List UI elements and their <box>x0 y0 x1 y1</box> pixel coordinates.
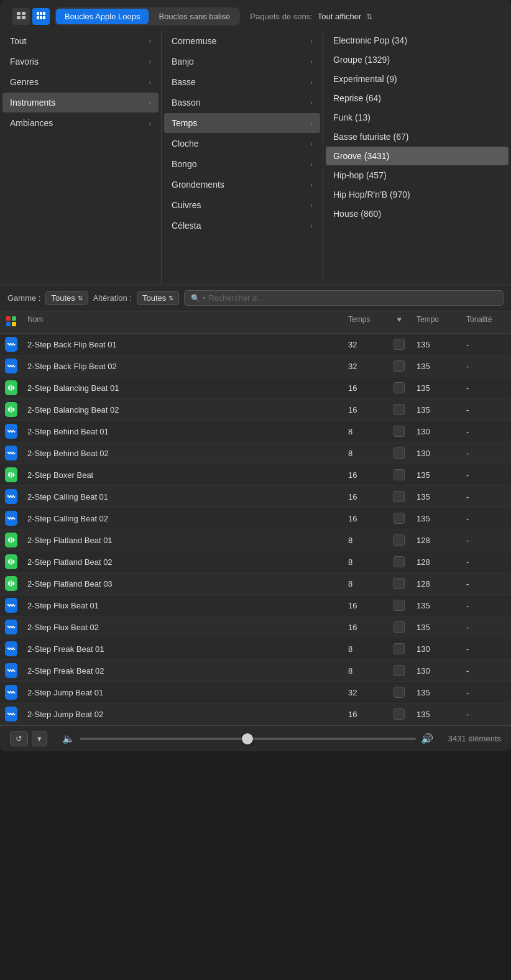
table-row[interactable]: 2-Step Calling Beat 0216135- <box>0 508 511 529</box>
genre-hip-hop-rnb[interactable]: Hip Hop/R'n'B (970) <box>326 185 509 204</box>
svg-rect-1 <box>22 12 25 15</box>
table-row[interactable]: 2-Step Jump Beat 0216135- <box>0 703 511 725</box>
genre-reprise[interactable]: Reprise (64) <box>326 89 509 108</box>
loop-temps: 32 <box>343 340 387 349</box>
table-row[interactable]: 2-Step Calling Beat 0116135- <box>0 486 511 508</box>
loop-type-icon <box>0 380 22 395</box>
volume-slider[interactable]: 🔈 🔊 <box>62 733 433 744</box>
loop-favorite[interactable] <box>387 600 412 611</box>
svg-rect-2 <box>17 16 21 19</box>
table-row[interactable]: 2-Step Behind Beat 018130- <box>0 421 511 442</box>
table-row[interactable]: 2-Step Balancing Beat 0216135- <box>0 399 511 421</box>
gamme-select[interactable]: Toutes ⇅ <box>45 291 88 305</box>
col-header-temps[interactable]: Temps <box>343 315 387 329</box>
table-row[interactable]: 2-Step Jump Beat 0132135- <box>0 682 511 703</box>
element-count: 3431 éléments <box>448 734 501 743</box>
nav-item-instruments[interactable]: Instruments › <box>2 93 159 112</box>
table-row[interactable]: 2-Step Flatland Beat 018128- <box>0 529 511 551</box>
nav-item-tout[interactable]: Tout › <box>2 31 159 51</box>
loop-favorite[interactable] <box>387 621 412 633</box>
genre-groove[interactable]: Groove (3431) <box>326 147 509 165</box>
table-row[interactable]: 2-Step Back Flip Beat 0232135- <box>0 355 511 377</box>
genre-electronic-pop[interactable]: Electronic Pop (34) <box>326 31 509 50</box>
table-row[interactable]: 2-Step Flatland Beat 038128- <box>0 573 511 595</box>
alteration-select[interactable]: Toutes ⇅ <box>137 291 179 305</box>
nav-item-favoris[interactable]: Favoris › <box>2 52 159 71</box>
instrument-celesta[interactable]: Célesta › <box>164 216 320 236</box>
table-row[interactable]: 2-Step Balancing Beat 0116135- <box>0 377 511 399</box>
loop-favorite[interactable] <box>387 513 412 524</box>
loop-favorite[interactable] <box>387 578 412 589</box>
genre-basse-futuriste[interactable]: Basse futuriste (67) <box>326 127 509 146</box>
nav-item-genres[interactable]: Genres › <box>2 72 159 92</box>
col-header-tempo[interactable]: Tempo <box>412 315 461 329</box>
genre-hip-hop[interactable]: Hip-hop (457) <box>326 166 509 185</box>
svg-rect-5 <box>40 12 42 15</box>
table-row[interactable]: 2-Step Flatland Beat 028128- <box>0 551 511 573</box>
loop-type-icon <box>0 467 22 482</box>
loop-favorite[interactable] <box>387 382 412 393</box>
loop-name: 2-Step Flatland Beat 03 <box>22 579 343 588</box>
instrument-grondements[interactable]: Grondements › <box>164 175 320 195</box>
loop-favorite[interactable] <box>387 404 412 415</box>
table-row[interactable]: 2-Step Flux Beat 0216135- <box>0 616 511 638</box>
table-row[interactable]: 2-Step Back Flip Beat 0132135- <box>0 334 511 355</box>
volume-track[interactable] <box>80 738 416 740</box>
instrument-basson[interactable]: Basson › <box>164 93 320 112</box>
table-row[interactable]: 2-Step Freak Beat 028130- <box>0 660 511 682</box>
search-icon: 🔍 <box>191 294 200 303</box>
chevron-right-icon: › <box>149 99 151 106</box>
table-row[interactable]: 2-Step Flux Beat 0116135- <box>0 595 511 616</box>
sort-icons <box>12 8 50 25</box>
svg-rect-6 <box>43 12 45 15</box>
loop-favorite[interactable] <box>387 708 412 720</box>
grid-view-2-button[interactable] <box>12 8 30 25</box>
col-header-nom[interactable]: Nom <box>22 315 343 329</box>
loop-button[interactable]: ↺ <box>10 731 28 746</box>
tab-sans-balise[interactable]: Boucles sans balise <box>150 9 239 24</box>
table-row[interactable]: 2-Step Behind Beat 028130- <box>0 442 511 464</box>
nav-item-ambiances[interactable]: Ambiances › <box>2 113 159 133</box>
table-row[interactable]: 2-Step Freak Beat 018130- <box>0 638 511 660</box>
instrument-banjo[interactable]: Banjo › <box>164 52 320 71</box>
grid-view-3-button[interactable] <box>32 8 50 25</box>
loop-tempo: 130 <box>412 644 461 654</box>
genre-funk[interactable]: Funk (13) <box>326 108 509 127</box>
loop-name: 2-Step Freak Beat 02 <box>22 666 343 675</box>
col-header-tonalite[interactable]: Tonalité <box>461 315 511 329</box>
loop-temps: 16 <box>343 601 387 610</box>
instrument-temps[interactable]: Temps › <box>164 113 320 133</box>
loop-tempo: 130 <box>412 449 461 458</box>
loop-type-icon <box>0 598 22 613</box>
loop-favorite[interactable] <box>387 534 412 546</box>
table-row[interactable]: 2-Step Boxer Beat16135- <box>0 464 511 486</box>
search-box[interactable]: 🔍 ▾ Rechercher d… <box>184 290 504 306</box>
genre-experimental[interactable]: Experimental (9) <box>326 70 509 88</box>
instrument-cloche[interactable]: Cloche › <box>164 134 320 153</box>
col-header-heart[interactable]: ♥ <box>387 315 412 329</box>
svg-rect-11 <box>12 316 16 321</box>
loop-favorite[interactable] <box>387 491 412 502</box>
loop-favorite[interactable] <box>387 339 412 350</box>
loop-name: 2-Step Flatland Beat 01 <box>22 536 343 545</box>
loop-temps: 8 <box>343 666 387 675</box>
instrument-cuivres[interactable]: Cuivres › <box>164 195 320 215</box>
instrument-cornemuse[interactable]: Cornemuse › <box>164 31 320 51</box>
chevron-down-button[interactable]: ▾ <box>32 731 47 746</box>
genre-groupe[interactable]: Groupe (1329) <box>326 50 509 69</box>
loop-favorite[interactable] <box>387 426 412 437</box>
loop-favorite[interactable] <box>387 469 412 480</box>
loop-favorite[interactable] <box>387 643 412 654</box>
loop-favorite[interactable] <box>387 360 412 372</box>
instrument-basse[interactable]: Basse › <box>164 72 320 92</box>
volume-thumb[interactable] <box>242 733 253 744</box>
loop-favorite[interactable] <box>387 687 412 698</box>
loop-favorite[interactable] <box>387 447 412 459</box>
loop-favorite[interactable] <box>387 665 412 676</box>
svg-rect-12 <box>6 322 11 326</box>
genre-house[interactable]: House (860) <box>326 204 509 223</box>
tab-apple-loops[interactable]: Boucles Apple Loops <box>56 9 149 24</box>
loop-favorite[interactable] <box>387 556 412 567</box>
instrument-bongo[interactable]: Bongo › <box>164 154 320 174</box>
search-placeholder: Rechercher d… <box>208 293 265 303</box>
